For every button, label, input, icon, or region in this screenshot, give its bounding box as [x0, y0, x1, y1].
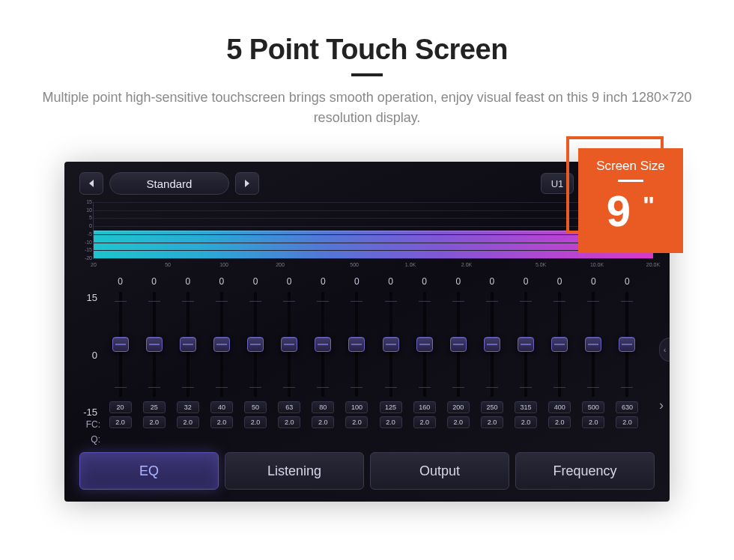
band-q[interactable]: 2.0 [109, 416, 132, 428]
slider-handle[interactable] [383, 337, 399, 352]
band-fc[interactable]: 63 [278, 401, 300, 413]
eq-band-4: 0402.0 [204, 274, 238, 448]
band-fc[interactable]: 50 [244, 401, 267, 413]
slider-handle[interactable] [112, 337, 129, 352]
next-bands-button[interactable]: › [653, 386, 670, 424]
slider-handle[interactable] [518, 337, 534, 352]
band-slider[interactable] [524, 292, 527, 397]
band-fc[interactable]: 250 [481, 401, 503, 413]
band-fc[interactable]: 200 [447, 401, 470, 413]
eq-area: 15 0 -15 FC: Q: 0202.00252.00322.00402.0… [79, 274, 655, 448]
eq-y-axis: 15 0 -15 [79, 292, 100, 418]
band-slider[interactable] [423, 292, 426, 397]
eq-band-10: 01602.0 [407, 274, 441, 448]
band-fc[interactable]: 500 [582, 401, 604, 413]
band-slider[interactable] [625, 292, 628, 397]
slider-handle[interactable] [450, 337, 467, 352]
band-fc[interactable]: 20 [109, 401, 132, 413]
band-slider[interactable] [592, 292, 595, 397]
band-q[interactable]: 2.0 [244, 416, 267, 428]
eq-band-15: 05002.0 [577, 274, 610, 448]
slider-handle[interactable] [484, 337, 500, 352]
preset-label[interactable]: Standard [109, 172, 229, 195]
spectrum-y-tick: -10 [77, 240, 92, 245]
band-q[interactable]: 2.0 [616, 416, 638, 428]
band-slider[interactable] [119, 292, 122, 397]
band-fc[interactable]: 25 [143, 401, 166, 413]
tab-eq[interactable]: EQ [79, 452, 219, 490]
band-fc[interactable]: 400 [548, 401, 571, 413]
slider-handle[interactable] [416, 337, 433, 352]
slider-handle[interactable] [213, 337, 230, 352]
band-q[interactable]: 2.0 [345, 416, 368, 428]
slider-handle[interactable] [315, 337, 331, 352]
band-slider[interactable] [321, 292, 324, 397]
band-q[interactable]: 2.0 [515, 416, 537, 428]
callout-underline [618, 180, 643, 182]
eq-band-16: 06302.0 [610, 274, 644, 448]
chevron-right-icon [243, 179, 251, 188]
spectrum-y-tick: 5 [77, 215, 92, 220]
band-slider[interactable] [153, 292, 156, 397]
slider-handle[interactable] [281, 337, 297, 352]
slider-handle[interactable] [619, 337, 635, 352]
callout-value: 9 " [607, 189, 655, 233]
band-q[interactable]: 2.0 [548, 416, 571, 428]
spectrum-y-tick: 0 [77, 223, 92, 228]
slider-handle[interactable] [146, 337, 163, 352]
tab-frequency[interactable]: Frequency [515, 452, 655, 490]
band-q[interactable]: 2.0 [312, 416, 334, 428]
screen-size-callout: Screen Size 9 " [566, 136, 683, 253]
band-q[interactable]: 2.0 [177, 416, 199, 428]
band-fc[interactable]: 80 [312, 401, 334, 413]
slider-handle[interactable] [180, 337, 196, 352]
band-slider[interactable] [491, 292, 494, 397]
band-slider[interactable] [254, 292, 257, 397]
band-value: 0 [455, 274, 461, 289]
band-slider[interactable] [389, 292, 392, 397]
eq-band-1: 0202.0 [103, 274, 137, 448]
band-value: 0 [490, 274, 495, 289]
band-slider[interactable] [457, 292, 460, 397]
band-slider[interactable] [186, 292, 189, 397]
band-value: 0 [422, 274, 427, 289]
band-fc[interactable]: 315 [515, 401, 537, 413]
slider-handle[interactable] [551, 337, 568, 352]
band-fc[interactable]: 125 [380, 401, 402, 413]
tab-output[interactable]: Output [370, 452, 509, 490]
band-q[interactable]: 2.0 [413, 416, 436, 428]
band-q[interactable]: 2.0 [380, 416, 402, 428]
band-q[interactable]: 2.0 [210, 416, 233, 428]
preset-next-button[interactable] [235, 172, 259, 195]
y-tick: 0 [92, 350, 97, 361]
band-q[interactable]: 2.0 [447, 416, 470, 428]
band-fc[interactable]: 160 [413, 401, 436, 413]
band-slider[interactable] [288, 292, 291, 397]
band-slider[interactable] [220, 292, 223, 397]
slider-handle[interactable] [348, 337, 365, 352]
band-value: 0 [287, 274, 292, 289]
band-q[interactable]: 2.0 [143, 416, 166, 428]
band-fc[interactable]: 630 [616, 401, 638, 413]
slider-handle[interactable] [247, 337, 264, 352]
band-q[interactable]: 2.0 [481, 416, 503, 428]
eq-band-12: 02502.0 [475, 274, 509, 448]
spectrum-y-tick: -20 [77, 255, 92, 261]
title-underline [351, 73, 383, 76]
preset-prev-button[interactable] [79, 172, 103, 195]
band-slider[interactable] [558, 292, 561, 397]
band-q[interactable]: 2.0 [278, 416, 300, 428]
band-fc[interactable]: 40 [210, 401, 233, 413]
eq-band-11: 02002.0 [441, 274, 475, 448]
slider-handle[interactable] [585, 337, 601, 352]
tab-listening[interactable]: Listening [225, 452, 364, 490]
band-fc[interactable]: 100 [345, 401, 368, 413]
spectrum-x-tick: 500 [350, 262, 359, 267]
callout-number: 9 [607, 189, 631, 233]
band-fc[interactable]: 32 [177, 401, 199, 413]
band-slider[interactable] [355, 292, 358, 397]
band-value: 0 [321, 274, 326, 289]
side-collapse-tab[interactable]: ‹ [659, 338, 670, 362]
band-q[interactable]: 2.0 [582, 416, 604, 428]
callout-unit: " [643, 191, 655, 220]
